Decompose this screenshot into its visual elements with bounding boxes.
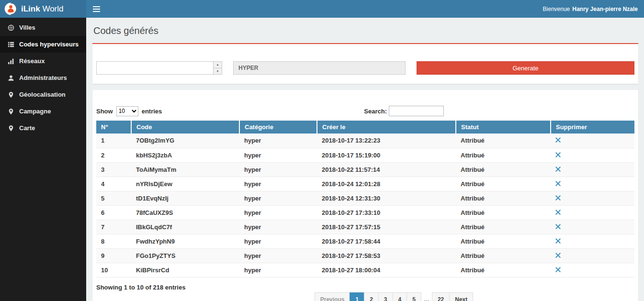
- page-1-button[interactable]: 1: [350, 292, 364, 301]
- table-row: 9FGo1PyZTYShyper2018-10-27 17:58:53Attri…: [96, 248, 634, 263]
- row-code: FGo1PyZTYS: [131, 248, 239, 263]
- hamburger-menu-icon[interactable]: [86, 0, 106, 18]
- row-number: 3: [96, 162, 131, 177]
- pagination-ellipsis: …: [421, 293, 432, 301]
- x-delete-icon[interactable]: [555, 267, 561, 272]
- row-created-date: 2018-10-17 15:19:00: [317, 148, 456, 162]
- spinner-up-icon[interactable]: ▲: [214, 62, 222, 68]
- entries-label: entries: [142, 108, 162, 115]
- row-number: 4: [96, 177, 131, 191]
- globe-icon: [7, 24, 14, 31]
- row-created-date: 2018-10-27 17:57:15: [317, 220, 456, 234]
- spinner-down-icon[interactable]: ▼: [214, 68, 222, 75]
- sidebar-item-geolocalisation[interactable]: Géolocalisation: [0, 86, 86, 103]
- page-4-button[interactable]: 4: [393, 292, 407, 301]
- col-header-category[interactable]: Catégorie: [239, 121, 317, 134]
- pagination: Previous12345…22Next: [96, 292, 634, 301]
- page-2-button[interactable]: 2: [364, 292, 379, 301]
- row-status: Attribué: [456, 234, 551, 248]
- row-created-date: 2018-10-27 17:33:10: [317, 205, 456, 220]
- page-5-button[interactable]: 5: [407, 292, 421, 301]
- number-spinner[interactable]: ▲ ▼: [213, 62, 222, 74]
- page-next-button[interactable]: Next: [449, 292, 473, 301]
- code-count-field[interactable]: [97, 62, 213, 74]
- search-input[interactable]: [389, 106, 444, 116]
- brand[interactable]: iLink World: [0, 0, 86, 18]
- row-status: Attribué: [456, 162, 551, 177]
- table-controls: Show 10 entries Search:: [96, 106, 634, 116]
- row-status: Attribué: [456, 205, 551, 220]
- sidebar-item-label: Villes: [19, 24, 35, 31]
- x-delete-icon[interactable]: [555, 210, 561, 215]
- top-navbar: iLink World Bienvenue Hanry Jean-pierre …: [0, 0, 644, 18]
- code-count-input[interactable]: ▲ ▼: [96, 61, 222, 75]
- app-logo-icon: [4, 2, 17, 15]
- sidebar-item-codes-hyperviseurs[interactable]: Codes hyperviseurs: [0, 36, 86, 53]
- col-header-status[interactable]: Statut: [456, 121, 551, 134]
- x-delete-icon[interactable]: [555, 167, 561, 172]
- row-category: hyper: [239, 234, 317, 248]
- row-status: Attribué: [456, 220, 551, 234]
- row-code: kbHS2j3zbA: [131, 148, 239, 162]
- sidebar-item-label: Réseaux: [19, 57, 45, 65]
- row-delete-cell: [551, 177, 634, 191]
- row-category: hyper: [239, 248, 317, 263]
- row-delete-cell: [551, 263, 634, 277]
- search-label: Search:: [364, 108, 387, 115]
- row-code: 78fCaUXZ9S: [131, 205, 239, 220]
- row-category: hyper: [239, 191, 317, 205]
- row-created-date: 2018-10-27 18:00:04: [317, 263, 456, 277]
- row-number: 1: [96, 134, 131, 148]
- page-3-button[interactable]: 3: [378, 292, 393, 301]
- x-delete-icon[interactable]: [555, 253, 561, 258]
- col-header-code[interactable]: Code: [131, 121, 239, 134]
- row-category: hyper: [239, 263, 317, 277]
- main-content: Codes générés ▲ ▼ Generate Show: [86, 18, 644, 301]
- sidebar-item-label: Codes hyperviseurs: [19, 41, 79, 48]
- x-delete-icon[interactable]: [555, 152, 561, 157]
- brand-title: iLink World: [21, 4, 64, 14]
- page-length-control: Show 10 entries: [96, 106, 162, 116]
- brand-title-light: World: [42, 4, 63, 13]
- x-delete-icon[interactable]: [555, 137, 561, 143]
- row-number: 5: [96, 191, 131, 205]
- col-header-delete[interactable]: Supprimer: [551, 121, 634, 134]
- x-delete-icon[interactable]: [555, 224, 561, 229]
- sidebar-item-campagne[interactable]: Campagne: [0, 103, 86, 120]
- row-created-date: 2018-10-27 17:58:44: [317, 234, 456, 248]
- x-delete-icon[interactable]: [555, 181, 561, 186]
- sidebar-item-reseaux[interactable]: Réseaux: [0, 53, 86, 69]
- page-22-button[interactable]: 22: [432, 292, 450, 301]
- sidebar-item-administrateurs[interactable]: Administrateurs: [0, 69, 86, 86]
- row-code: tD1EvqNzIj: [131, 191, 239, 205]
- table-info: Showing 1 to 10 of 218 entries: [96, 284, 634, 291]
- codes-table-panel: Show 10 entries Search: N° Code: [92, 90, 638, 301]
- sidebar-item-carte[interactable]: Carte: [0, 120, 86, 136]
- x-delete-icon[interactable]: [555, 238, 561, 244]
- x-delete-icon[interactable]: [555, 195, 561, 201]
- codes-table: N° Code Catégorie Créer le Statut Suppri…: [96, 121, 634, 278]
- row-status: Attribué: [456, 263, 551, 277]
- list-icon: [7, 41, 14, 48]
- row-created-date: 2018-10-22 11:57:14: [317, 162, 456, 177]
- table-row: 678fCaUXZ9Shyper2018-10-27 17:33:10Attri…: [96, 205, 634, 220]
- table-row: 2kbHS2j3zbAhyper2018-10-17 15:19:00Attri…: [96, 148, 634, 162]
- table-row: 4nYRlsDjEewhyper2018-10-24 12:01:28Attri…: [96, 177, 634, 191]
- page-length-select[interactable]: 10: [116, 106, 138, 116]
- table-body: 17OBtg2lmYGhyper2018-10-17 13:22:23Attri…: [96, 134, 634, 277]
- table-row: 7IBkGLqdC7fhyper2018-10-27 17:57:15Attri…: [96, 220, 634, 234]
- map-marker-icon: [7, 91, 14, 98]
- row-code: KiBPirsrCd: [131, 263, 239, 277]
- table-row: 17OBtg2lmYGhyper2018-10-17 13:22:23Attri…: [96, 134, 634, 148]
- row-code: IBkGLqdC7f: [131, 220, 239, 234]
- row-number: 9: [96, 248, 131, 263]
- page-previous-button[interactable]: Previous: [315, 292, 350, 301]
- col-header-created[interactable]: Créer le: [317, 121, 456, 134]
- table-row: 5tD1EvqNzIjhyper2018-10-24 12:31:30Attri…: [96, 191, 634, 205]
- sidebar-item-villes[interactable]: Villes: [0, 19, 86, 36]
- generate-button[interactable]: Generate: [417, 61, 634, 75]
- sidebar: Villes Codes hyperviseurs Réseaux Admini…: [0, 18, 86, 301]
- col-header-num[interactable]: N°: [96, 121, 131, 134]
- row-delete-cell: [551, 162, 634, 177]
- app-root: iLink World Bienvenue Hanry Jean-pierre …: [0, 0, 644, 301]
